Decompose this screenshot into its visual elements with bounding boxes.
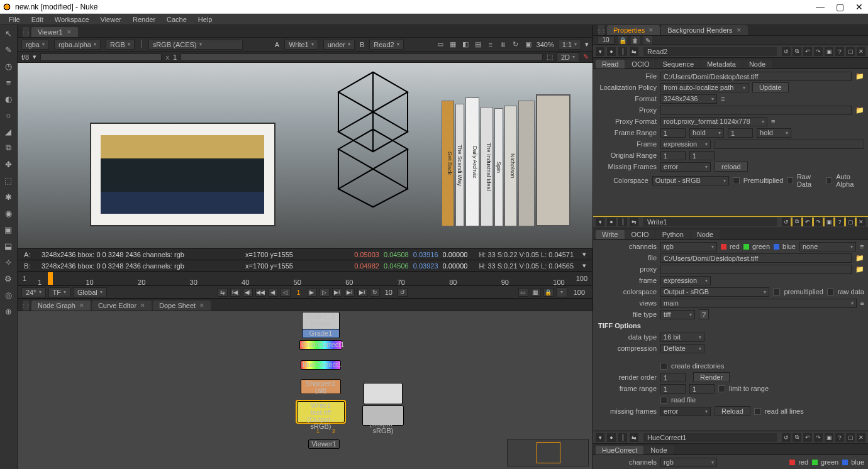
fps-display[interactable]: 24*▾ <box>21 287 46 297</box>
menu-cache[interactable]: Cache <box>162 15 192 24</box>
tool-time-icon[interactable]: ◷ <box>3 60 14 72</box>
dimension-selector[interactable]: 2D▾ <box>557 52 579 62</box>
render-order-field[interactable]: 1 <box>660 373 686 382</box>
pipe-icon[interactable]: ⎮ <box>618 47 627 56</box>
tool-toolset-icon[interactable]: ✧ <box>3 257 14 268</box>
close-icon[interactable]: ✕ <box>79 302 84 309</box>
maximize-button[interactable]: ▢ <box>836 2 844 12</box>
menu-edit[interactable]: Edit <box>26 15 48 24</box>
frame-range-last[interactable]: 1 <box>728 128 753 138</box>
clip-icon[interactable]: ▭ <box>436 40 445 49</box>
roi-icon[interactable]: ▣ <box>524 40 533 49</box>
playback-mode[interactable]: TF▾ <box>48 287 70 297</box>
channel-selector[interactable]: rgba▾ <box>21 40 49 50</box>
tool-other-icon[interactable]: ⚙ <box>3 273 14 284</box>
after-select[interactable]: hold▾ <box>757 128 791 138</box>
tool-deep-icon[interactable]: ◉ <box>3 207 14 219</box>
close-icon[interactable]: ✕ <box>737 27 742 33</box>
minimize-button[interactable]: — <box>816 2 825 12</box>
tool-all-icon[interactable]: ⊕ <box>3 306 14 317</box>
missing-select[interactable]: error▾ <box>660 162 711 172</box>
menu-viewer[interactable]: Viewer <box>96 15 126 24</box>
node-huecorrect[interactable]: HueCorrect1 <box>301 360 341 370</box>
green-check[interactable]: green <box>812 458 838 466</box>
node-viewer1[interactable]: Viewer1 <box>308 439 340 449</box>
update-button[interactable]: Update <box>752 82 788 92</box>
redo-icon[interactable]: ↷ <box>814 218 823 226</box>
tool-3d-icon[interactable]: ⬚ <box>3 175 14 186</box>
float-icon[interactable]: ▢ <box>846 433 855 442</box>
timeline-start[interactable]: 1 <box>18 275 31 282</box>
expand-icon[interactable]: ▾ <box>596 433 604 442</box>
blue-check[interactable]: blue <box>774 243 796 250</box>
folder-icon[interactable]: 📁 <box>855 106 864 114</box>
blue-check[interactable]: blue <box>842 458 864 466</box>
read-file-check[interactable]: read file <box>660 396 696 404</box>
goto-first-icon[interactable]: I◀ <box>230 288 240 297</box>
colorspace-select[interactable]: Output - sRGB▾ <box>660 287 769 297</box>
folder-icon[interactable]: 📁 <box>855 72 864 80</box>
premultiplied-check[interactable]: Premultiplied <box>733 177 784 184</box>
close-icon[interactable]: ✕ <box>857 47 865 56</box>
close-icon[interactable]: ✕ <box>140 302 145 309</box>
expand-icon[interactable]: ▾ <box>596 47 604 56</box>
pane-handle-icon[interactable] <box>598 25 604 35</box>
frame-range-first[interactable]: 1 <box>660 384 686 394</box>
revert-icon[interactable]: ↺ <box>782 47 791 56</box>
tab-properties[interactable]: Properties✕ <box>607 25 660 35</box>
channels-select[interactable]: rgb▾ <box>660 458 717 467</box>
menu-render[interactable]: Render <box>128 15 160 24</box>
panel-read2-header[interactable]: ▾ ● ⎮ ⇆ Read2 ↺⧉↶↷▣?▢✕ <box>593 45 868 58</box>
subtab-python[interactable]: Python <box>656 230 690 239</box>
rawdata-check[interactable]: Raw Data <box>787 173 822 188</box>
subtab-metadata[interactable]: Metadata <box>701 60 742 69</box>
playbar-end[interactable]: 100 <box>570 289 589 296</box>
subtab-node[interactable]: Node <box>691 230 720 239</box>
render-button[interactable]: Render <box>693 372 730 382</box>
missing-select[interactable]: error▾ <box>660 407 711 416</box>
node-write1[interactable]: Write1 test.tiff (Output - sRGB) <box>297 401 345 422</box>
channels-select[interactable]: rgb▾ <box>660 242 717 251</box>
undo-icon[interactable]: ↶ <box>803 218 812 226</box>
node-grade[interactable]: Grade1 <box>302 329 340 338</box>
copy-icon[interactable]: ⧉ <box>793 218 801 226</box>
tool-transform-icon[interactable]: ✥ <box>3 158 14 170</box>
views-select[interactable]: main▾ <box>660 299 857 308</box>
viewer-lut[interactable]: sRGB (ACES)▾ <box>148 40 243 50</box>
close-button[interactable]: ✕ <box>855 2 863 12</box>
format-info-icon[interactable]: ≡ <box>721 95 725 102</box>
node-read2-thumb[interactable] <box>364 383 403 404</box>
info-icon[interactable]: ≡ <box>860 299 864 307</box>
orig-first[interactable]: 1 <box>660 151 686 160</box>
gamma-slider[interactable] <box>181 53 543 61</box>
tab-node-graph[interactable]: Node Graph✕ <box>31 301 91 311</box>
close-icon[interactable]: ✕ <box>648 27 654 33</box>
info-icon[interactable]: ≡ <box>860 243 864 250</box>
a-input[interactable]: Write1▾ <box>284 40 318 50</box>
compression-select[interactable]: Deflate▾ <box>660 344 704 353</box>
subtab-read[interactable]: Read <box>596 60 625 69</box>
datatype-select[interactable]: 16 bit▾ <box>660 333 704 342</box>
enable-icon[interactable]: ▣ <box>825 47 833 56</box>
file-field[interactable]: C:/Users/Domi/Desktop/test.tiff <box>660 72 852 81</box>
sync-icon[interactable]: ⇆ <box>218 288 228 297</box>
center-icon[interactable]: ● <box>607 218 616 226</box>
increment[interactable]: 10 <box>382 289 395 296</box>
step-fwd-icon[interactable]: ▶I <box>332 288 342 297</box>
chevron-down-icon[interactable]: ▾ <box>582 250 586 258</box>
timeline-end[interactable]: 100 <box>571 275 593 282</box>
subtab-huecorrect[interactable]: HueCorrect <box>596 446 643 455</box>
revert-icon[interactable]: ↺ <box>782 218 791 226</box>
enable-icon[interactable]: ▣ <box>825 218 833 226</box>
subtab-node[interactable]: Node <box>743 60 772 69</box>
frame-range-first[interactable]: 1 <box>660 128 686 138</box>
chevron-down-icon[interactable]: ▾ <box>582 262 586 270</box>
subtab-ocio[interactable]: OCIO <box>625 230 655 239</box>
center-icon[interactable]: ● <box>607 47 616 56</box>
loop-icon[interactable]: ▭ <box>518 288 528 297</box>
red-check[interactable]: red <box>789 458 808 466</box>
tool-filter-icon[interactable]: ○ <box>3 109 14 121</box>
premultiplied-check[interactable]: premultiplied <box>773 288 823 295</box>
overscan-icon[interactable]: ▤ <box>474 40 482 49</box>
undo-icon[interactable]: ↶ <box>803 433 812 442</box>
